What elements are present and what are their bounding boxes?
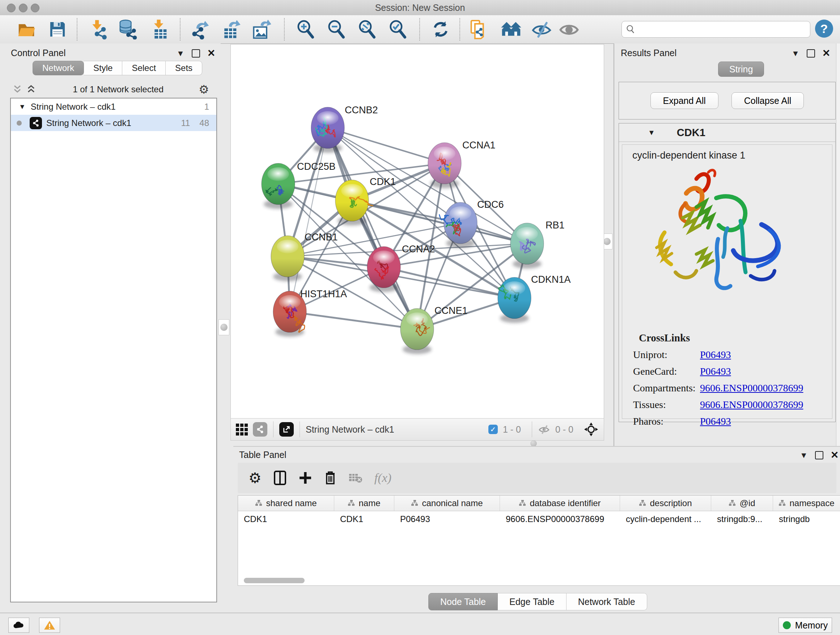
results-panel-float-icon[interactable] [807,49,815,57]
cell-canonical-name[interactable]: P06493 [394,511,500,527]
center-view-icon[interactable] [584,422,599,437]
network-row[interactable]: String Network – cdk1 11 48 [11,115,216,131]
home-button[interactable] [500,19,522,40]
expand-all-button[interactable]: Expand All [651,92,718,109]
show-columns-button[interactable] [273,470,287,486]
left-splitter-handle[interactable] [218,319,229,335]
zoom-in-button[interactable] [295,19,317,40]
edge-CCNB2-HIST1H1A[interactable] [290,128,328,312]
protein-expander-icon[interactable]: ▼ [648,128,655,137]
control-panel-close-icon[interactable]: ✕ [207,49,216,58]
table-settings-gear-icon[interactable]: ⚙ [248,470,262,486]
column-header-database-identifier[interactable]: database identifier [500,496,620,511]
hidden-eye-slash-icon[interactable] [538,424,550,435]
hide-unhide-button[interactable] [531,19,553,40]
zoom-selected-button[interactable] [387,19,409,40]
cell-namespace[interactable]: stringdb [773,511,840,527]
tab-network[interactable]: Network [33,61,84,75]
help-button[interactable]: ? [815,19,833,38]
crosslink-value-link[interactable]: 9606.ENSP00000378699 [700,399,803,410]
column-header-name[interactable]: name [334,496,394,511]
function-builder-button[interactable]: f(x) [374,471,392,485]
network-canvas[interactable]: CCNB2CCNA1CDC25BCDK1CDC6RB1CCNB1CCNA2CDK… [231,44,604,419]
table-panel-minimize-icon[interactable]: ▼ [800,451,808,459]
node-CDC25B[interactable]: CDC25B [262,161,336,209]
node-CDK1[interactable]: CDK1 [335,176,396,226]
tab-select[interactable]: Select [122,61,166,75]
collection-expander-icon[interactable]: ▼ [19,103,26,111]
selected-checkbox-icon[interactable]: ✓ [488,424,498,434]
collapse-all-button[interactable]: Collapse All [731,92,804,109]
node-HIST1H1A[interactable]: HIST1H1A [273,288,347,337]
open-in-new-window-icon[interactable] [279,422,294,437]
column-header-shared-name[interactable]: shared name [238,496,334,511]
cell-description[interactable]: cyclin-dependent ... [620,511,711,527]
delete-table-button[interactable] [348,472,363,484]
import-table-button[interactable] [148,19,170,40]
zoom-fit-button[interactable] [356,19,378,40]
results-scrollbar[interactable] [836,43,840,446]
tab-network-table[interactable]: Network Table [567,593,647,610]
open-session-button[interactable] [16,19,37,40]
column-header-namespace[interactable]: namespace [773,496,840,511]
export-network-button[interactable] [189,19,211,40]
export-table-button[interactable] [220,19,242,40]
column-header-canonical-name[interactable]: canonical name [394,496,500,511]
delete-column-button[interactable] [324,470,337,486]
tab-string[interactable]: String [718,62,764,77]
memory-button[interactable]: Memory [778,618,832,633]
refresh-button[interactable] [430,19,452,40]
zoom-out-button[interactable] [325,19,347,40]
add-column-button[interactable] [298,470,312,486]
preview-eye-button[interactable] [558,19,580,40]
cell-database-identifier[interactable]: 9606.ENSP00000378699 [500,511,620,527]
network-collection-row[interactable]: ▼ String Network – cdk1 1 [11,98,216,115]
tab-sets[interactable]: Sets [166,61,202,75]
birds-eye-view-icon[interactable] [236,424,248,435]
cloud-status-button[interactable] [8,618,29,633]
table-horizontal-scrollbar[interactable] [244,578,305,583]
import-network-file-button[interactable] [88,19,109,40]
results-panel-minimize-icon[interactable]: ▼ [791,50,799,57]
cell-@id[interactable]: stringdb:9... [711,511,773,527]
node-RB1[interactable]: RB1 [510,220,565,269]
edge-HIST1H1A-CCNE1[interactable] [290,312,417,329]
search-input[interactable] [636,24,806,35]
cell-shared-name[interactable]: CDK1 [238,511,334,527]
table-row[interactable]: CDK1CDK1P064939606.ENSP00000378699cyclin… [238,511,840,527]
crosslink-value-link[interactable]: 9606.ENSP00000378699 [700,382,803,394]
node-CCNE1[interactable]: CCNE1 [401,305,468,354]
node-CCNB2[interactable]: CCNB2 [311,105,378,153]
node-CDC6[interactable]: CDC6 [439,199,504,248]
node-CCNA1[interactable]: CCNA1 [428,140,496,188]
tab-node-table[interactable]: Node Table [428,593,498,610]
save-session-button[interactable] [47,19,68,40]
clone-network-button[interactable] [468,19,489,40]
warning-status-button[interactable] [39,618,60,633]
control-panel-float-icon[interactable] [192,49,200,57]
export-image-button[interactable] [251,19,272,40]
expand-all-icon[interactable] [27,85,38,94]
table-panel-close-icon[interactable]: ✕ [831,450,839,460]
crosslink-label: Uniprot: [633,349,700,361]
control-panel-minimize-icon[interactable]: ▼ [177,50,185,57]
edge-CCNB2-CCNA1[interactable] [328,128,445,163]
network-graph[interactable]: CCNB2CCNA1CDC25BCDK1CDC6RB1CCNB1CCNA2CDK… [231,44,604,418]
tab-edge-table[interactable]: Edge Table [498,593,567,610]
string-view-icon[interactable] [253,422,267,437]
cell-name[interactable]: CDK1 [334,511,394,527]
node-CDKN1A[interactable]: CDKN1A [498,274,571,323]
crosslink-value-link[interactable]: P06493 [700,366,731,377]
crosslink-value-link[interactable]: P06493 [700,349,731,361]
network-options-gear-icon[interactable]: ⚙ [199,82,209,96]
column-header-description[interactable]: description [620,496,711,511]
crosslink-value-link[interactable]: P06493 [700,416,731,427]
results-panel-close-icon[interactable]: ✕ [822,49,831,58]
collapse-all-icon[interactable] [13,85,24,94]
node-CCNB1[interactable]: CCNB1 [271,232,338,281]
column-header-@id[interactable]: @id [711,496,773,511]
toolbar-separator [273,421,273,437]
table-panel-float-icon[interactable] [815,451,823,459]
tab-style[interactable]: Style [84,61,122,75]
import-network-database-button[interactable] [118,19,140,40]
